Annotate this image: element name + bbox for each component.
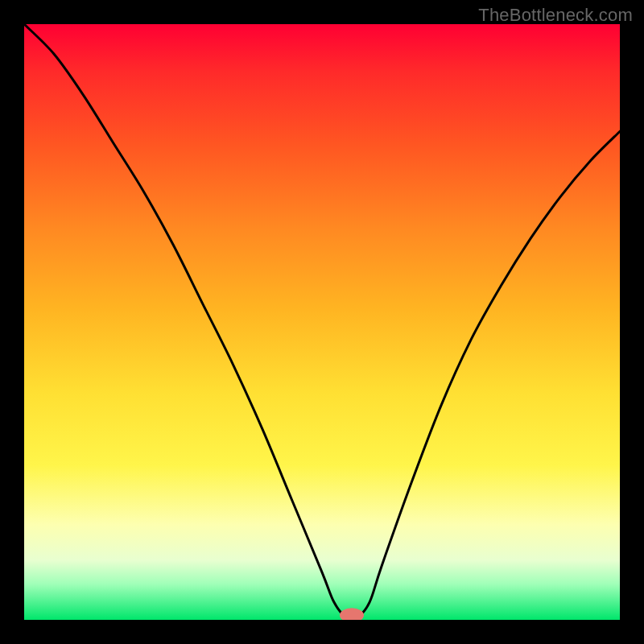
chart-frame: TheBottleneck.com bbox=[0, 0, 644, 644]
bottleneck-curve-path bbox=[24, 24, 620, 619]
plot-area bbox=[24, 24, 620, 620]
bottleneck-curve-svg bbox=[24, 24, 620, 620]
watermark-text: TheBottleneck.com bbox=[478, 5, 633, 26]
minimum-marker bbox=[340, 608, 364, 620]
